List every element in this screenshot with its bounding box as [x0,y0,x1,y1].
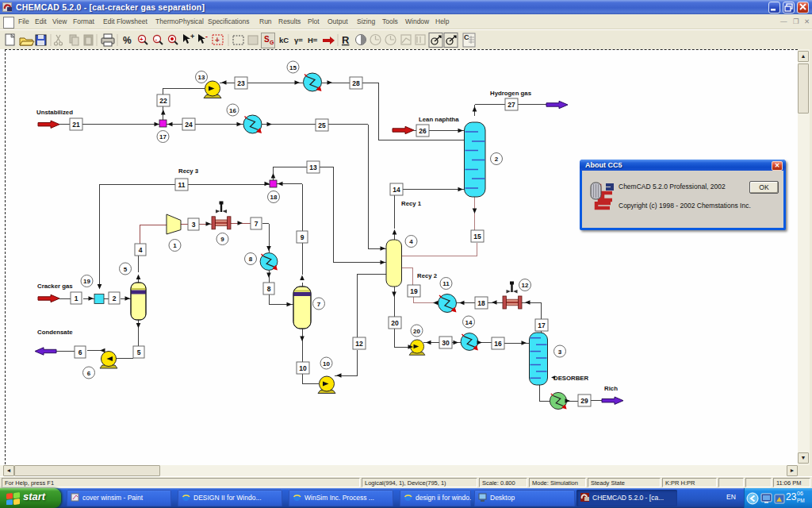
svg-text:30: 30 [442,339,450,347]
svg-text:7: 7 [255,220,259,228]
svg-text:23: 23 [237,79,245,87]
svg-text:15: 15 [289,64,297,71]
svg-text:15: 15 [473,233,481,241]
svg-text:21: 21 [72,121,80,129]
svg-text:Rich: Rich [604,385,618,392]
svg-text:+: + [140,36,144,43]
svg-text:2: 2 [113,294,117,302]
svg-text:26: 26 [419,127,427,135]
svg-text:10: 10 [299,364,307,372]
svg-text:H=: H= [308,36,318,44]
svg-text:13: 13 [309,164,317,171]
svg-text:20: 20 [391,319,399,327]
svg-text:11: 11 [442,280,450,287]
svg-text:DESORBER: DESORBER [553,375,589,382]
svg-text:Hydrogen gas: Hydrogen gas [490,90,532,97]
svg-text:12: 12 [355,340,363,348]
svg-text:24: 24 [185,121,193,129]
svg-text:17: 17 [159,133,167,140]
svg-text:19: 19 [410,287,418,295]
svg-text:14: 14 [393,186,400,194]
svg-text:3: 3 [558,348,562,356]
svg-text:7: 7 [317,301,321,308]
svg-text:Condensate: Condensate [37,329,73,336]
svg-text:18: 18 [270,194,278,201]
svg-text:%: % [123,35,132,46]
svg-text:14: 14 [465,319,473,326]
svg-text:S: S [264,35,270,44]
svg-text:25: 25 [318,121,326,129]
svg-text:18: 18 [477,299,485,307]
svg-text:4: 4 [139,246,143,254]
svg-text:2: 2 [495,156,499,163]
svg-text:9: 9 [220,236,224,243]
svg-text:27: 27 [508,101,515,109]
svg-text:+: + [215,36,220,44]
svg-text:20: 20 [413,328,420,335]
svg-text:1: 1 [75,294,79,302]
svg-text:R: R [342,34,350,46]
svg-text:Cracker gas: Cracker gas [37,283,73,290]
svg-text:-: - [155,36,158,43]
svg-text:+: + [190,33,194,40]
svg-text:4: 4 [409,238,413,245]
svg-text:19: 19 [83,278,90,285]
svg-text:16: 16 [229,107,236,114]
svg-text:1: 1 [173,242,177,249]
svg-text:16: 16 [494,340,502,348]
svg-text:6: 6 [79,348,82,356]
svg-text:Recy 1: Recy 1 [401,200,422,207]
svg-text:Recy 3: Recy 3 [178,167,199,175]
svg-text:-: - [205,33,208,40]
svg-text:5: 5 [124,266,128,273]
svg-text:13: 13 [198,74,205,81]
svg-text:29: 29 [580,397,588,405]
svg-text:Lean naphtha: Lean naphtha [419,116,459,123]
svg-text:γ=: γ= [294,36,303,44]
svg-text:28: 28 [352,79,360,87]
svg-text:C: C [464,33,469,41]
svg-text:3: 3 [192,221,196,229]
svg-text:Unstabilized: Unstabilized [36,109,73,116]
svg-text:6: 6 [87,370,91,377]
svg-text:8: 8 [267,285,271,293]
svg-text:22: 22 [159,97,167,105]
svg-text:kC: kC [279,36,289,44]
svg-text:11: 11 [178,181,186,189]
svg-text:G: G [270,40,274,45]
svg-text:12: 12 [522,282,529,289]
svg-text:5: 5 [137,348,141,356]
svg-text:9: 9 [301,233,304,241]
svg-text:Recy 2: Recy 2 [417,272,438,279]
svg-text:10: 10 [323,360,330,368]
svg-text:8: 8 [249,256,253,263]
svg-text:17: 17 [538,321,546,329]
